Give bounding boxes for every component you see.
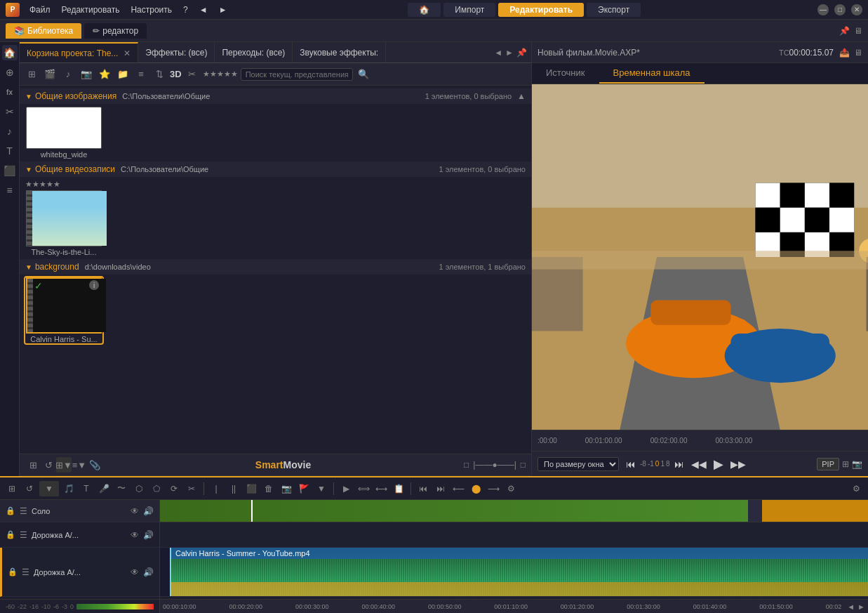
a2-audio-icon[interactable]: 🔊 bbox=[143, 567, 154, 577]
preview-tab-source[interactable]: Источник bbox=[532, 63, 599, 84]
solo-lock-icon[interactable]: 🔒 bbox=[6, 506, 15, 515]
lib-btn-sort[interactable]: ⇅ bbox=[152, 67, 167, 82]
tl-btn-17[interactable]: ⏮ bbox=[415, 481, 431, 496]
tl-btn-7[interactable]: ⬡ bbox=[131, 481, 147, 496]
export-button[interactable]: Экспорт bbox=[587, 3, 641, 17]
tl-btn-cursor[interactable]: ▶ bbox=[338, 481, 354, 496]
group-header-images[interactable]: ▼ Общие изображения С:\Пользователи\Общи… bbox=[20, 88, 531, 104]
lib-btn-list[interactable]: ≡ bbox=[133, 67, 149, 82]
tl-btn-18[interactable]: ⏭ bbox=[433, 481, 448, 496]
tl-btn-4[interactable]: T bbox=[79, 481, 94, 496]
restore-button[interactable]: □ bbox=[834, 4, 846, 15]
smart-btn-2[interactable]: ↺ bbox=[41, 457, 56, 473]
smart-icon-1[interactable]: □ bbox=[464, 460, 469, 470]
tl-btn-dropdown2[interactable]: ▼ bbox=[314, 481, 329, 496]
menu-file[interactable]: Файл bbox=[25, 4, 55, 16]
lib-btn-photo[interactable]: 📷 bbox=[79, 67, 94, 82]
tl-btn-14[interactable]: ⟺ bbox=[356, 481, 371, 496]
tl-btn-3[interactable]: 🎵 bbox=[61, 481, 76, 496]
smart-btn-list[interactable]: ≡▼ bbox=[72, 457, 87, 473]
tl-btn-1[interactable]: ⊞ bbox=[4, 481, 20, 496]
minimize-button[interactable]: — bbox=[817, 4, 829, 15]
tl-btn-dropdown[interactable]: ▼ bbox=[39, 481, 59, 496]
sidebar-icon-menu[interactable]: ≡ bbox=[2, 183, 18, 198]
preview-fullscreen[interactable]: ⊞ bbox=[842, 459, 849, 469]
rewind-btn[interactable]: ◀◀ bbox=[688, 457, 709, 471]
sidebar-icon-shape[interactable]: ⬛ bbox=[2, 163, 18, 178]
tl-btn-2[interactable]: ↺ bbox=[22, 481, 37, 496]
monitor-icon[interactable]: 🖥 bbox=[854, 26, 862, 36]
menu-edit[interactable]: Редактировать bbox=[58, 4, 124, 16]
preview-monitor-icon[interactable]: 🖥 bbox=[854, 48, 862, 58]
track-a3-content[interactable] bbox=[160, 597, 868, 599]
preview-export-icon[interactable]: 📤 bbox=[839, 48, 850, 58]
library-tab[interactable]: 📚 Библиотека bbox=[6, 23, 81, 39]
tl-btn-split2[interactable]: || bbox=[226, 481, 241, 496]
tl-btn-split[interactable]: | bbox=[208, 481, 224, 496]
lib-tab-project[interactable]: Корзина проекта: The... ✕ bbox=[20, 42, 138, 62]
smart-btn-grid[interactable]: ⊞▼ bbox=[56, 457, 72, 473]
close-button[interactable]: ✕ bbox=[851, 4, 862, 15]
tl-btn-21[interactable]: ⟶ bbox=[486, 481, 501, 496]
preview-tab-timeline[interactable]: Временная шкала bbox=[599, 63, 705, 84]
lib-btn-view-thumb[interactable]: 🎬 bbox=[42, 67, 58, 82]
lib-btn-view-grid[interactable]: ⊞ bbox=[24, 67, 39, 82]
sidebar-icon-search[interactable]: ⊕ bbox=[2, 65, 18, 80]
group-header-video[interactable]: ▼ Общие видеозаписи С:\Пользователи\Общи… bbox=[20, 162, 531, 177]
lib-btn-trim[interactable]: ✂ bbox=[185, 67, 200, 82]
import-button[interactable]: Импорт bbox=[443, 3, 495, 17]
group-header-background[interactable]: ▼ background d:\downloads\video 1 элемен… bbox=[20, 259, 531, 275]
sidebar-icon-text[interactable]: T bbox=[2, 143, 18, 159]
sidebar-icon-fx[interactable]: fx bbox=[2, 84, 18, 100]
tl-btn-12[interactable]: 🗑 bbox=[261, 481, 276, 496]
menu-back[interactable]: ◄ bbox=[195, 4, 212, 16]
tl-btn-settings[interactable]: ⚙ bbox=[848, 481, 864, 496]
preview-snapshot[interactable]: 📷 bbox=[852, 459, 862, 469]
tl-btn-20[interactable]: ⬤ bbox=[468, 481, 483, 496]
pin-icon[interactable]: 📌 bbox=[839, 26, 850, 36]
a1-eye-icon[interactable]: 👁 bbox=[131, 530, 139, 540]
lib-search-input[interactable] bbox=[241, 68, 353, 81]
tl-btn-8[interactable]: ⬠ bbox=[149, 481, 164, 496]
lib-tab-effects[interactable]: Эффекты: (все) bbox=[138, 42, 215, 62]
a1-lock-icon[interactable]: 🔒 bbox=[6, 530, 15, 539]
next-frame-btn[interactable]: ⏭ bbox=[672, 457, 687, 471]
sidebar-icon-music[interactable]: ♪ bbox=[2, 124, 18, 139]
lib-search-btn[interactable]: 🔍 bbox=[356, 67, 371, 82]
info-icon-calvin[interactable]: i bbox=[89, 280, 99, 290]
tl-btn-11[interactable]: ⬛ bbox=[243, 481, 259, 496]
lib-btn-star[interactable]: ⭐ bbox=[97, 67, 112, 82]
smart-icon-slider[interactable]: |——●——| bbox=[473, 460, 516, 470]
lib-tab-close[interactable]: ✕ bbox=[123, 48, 131, 58]
menu-forward[interactable]: ► bbox=[215, 4, 232, 16]
lib-item-whitebg[interactable]: whitebg_wide bbox=[25, 107, 102, 159]
tl-btn-16[interactable]: 📋 bbox=[391, 481, 406, 496]
tabs-scroll-right[interactable]: ► bbox=[505, 48, 514, 58]
lib-btn-music[interactable]: ♪ bbox=[60, 67, 76, 82]
tl-btn-10[interactable]: ✂ bbox=[184, 481, 199, 496]
solo-eye-icon[interactable]: 👁 bbox=[131, 506, 139, 516]
tl-btn-9[interactable]: ⟳ bbox=[166, 481, 182, 496]
lib-item-sky[interactable]: The-Sky-is-the-Li... bbox=[25, 190, 102, 256]
play-btn[interactable]: ▶ bbox=[711, 455, 726, 473]
lib-tab-transitions[interactable]: Переходы: (все) bbox=[215, 42, 293, 62]
tabs-scroll-left[interactable]: ◄ bbox=[494, 48, 502, 58]
lib-item-calvin[interactable]: ✓ i Calvin Harris - Su... bbox=[25, 277, 102, 343]
track-a1-content[interactable] bbox=[160, 522, 868, 548]
tl-btn-6[interactable]: 〜 bbox=[114, 481, 129, 496]
tl-btn-13[interactable]: 📷 bbox=[279, 481, 294, 496]
edit-button[interactable]: Редактировать bbox=[498, 3, 584, 17]
tl-btn-19[interactable]: ⟵ bbox=[450, 481, 466, 496]
sidebar-icon-cut[interactable]: ✂ bbox=[2, 104, 18, 119]
tl-btn-5[interactable]: 🎤 bbox=[96, 481, 112, 496]
home-button[interactable]: 🏠 bbox=[408, 3, 441, 17]
editor-tab[interactable]: ✏ редактор bbox=[84, 23, 147, 39]
smart-btn-add[interactable]: 📎 bbox=[87, 457, 102, 473]
fit-select[interactable]: По размеру окна bbox=[538, 457, 619, 471]
fast-fwd-btn[interactable]: ▶▶ bbox=[728, 457, 749, 471]
video-clip-bar[interactable]: Calvin Harris - Summer - YouTube.mp4 bbox=[170, 548, 868, 596]
solo-audio-icon[interactable]: 🔊 bbox=[143, 506, 154, 516]
tl-btn-22[interactable]: ⚙ bbox=[503, 481, 519, 496]
lib-tab-sfx[interactable]: Звуковые эффекты: bbox=[293, 42, 386, 62]
smart-btn-1[interactable]: ⊞ bbox=[25, 457, 41, 473]
